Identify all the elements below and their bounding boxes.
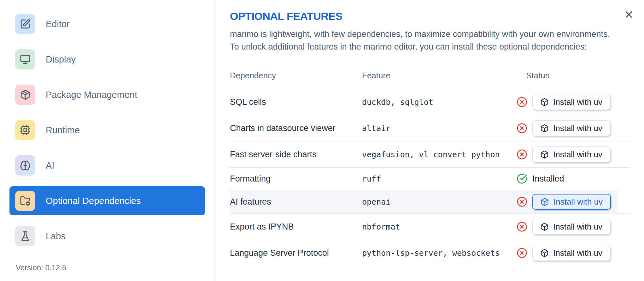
dependency-cell: AI features [230,197,362,207]
sidebar-item-runtime[interactable]: Runtime [9,116,205,145]
folder-cog-icon [20,195,31,206]
dependencies-table: Dependency Feature Status SQL cells duck… [230,58,630,266]
sidebar-item-label: Display [46,54,76,65]
feature-cell: nbformat [362,222,517,231]
feature-cell: openai [362,197,517,206]
status-cell: Install with uv [517,120,630,136]
package-box-icon [540,150,549,159]
package-box-icon [540,98,549,106]
table-body: SQL cells duckdb, sqlglot Install with u… [230,89,630,266]
table-row: SQL cells duckdb, sqlglot Install with u… [230,89,630,115]
status-cell: Install with uv [517,245,630,261]
sidebar-item-package-management[interactable]: Package Management [9,80,205,109]
not-installed-icon [517,97,527,107]
status-cell: Install with uv [517,146,630,162]
flask-icon [20,231,31,242]
dependency-cell: Formatting [230,174,362,184]
dependency-cell: SQL cells [230,97,362,107]
dependency-cell: Export as IPYNB [230,222,362,232]
brain-icon-box [15,155,35,176]
description-line: To unlock additional features in the mar… [230,40,630,53]
package-box-icon [540,249,549,257]
column-header-dependency: Dependency [230,71,362,89]
status-cell: Install with uv [517,94,630,110]
not-installed-icon [517,123,527,134]
cpu-icon-box [15,120,35,140]
feature-cell: ruff [362,174,517,183]
settings-dialog: Editor Display Package Management Runtim… [0,0,644,281]
package-icon [20,89,31,100]
sidebar-item-editor[interactable]: Editor [9,9,205,39]
dependency-cell: Language Server Protocol [230,248,362,258]
column-header-feature: Feature [362,71,517,89]
monitor-icon [20,54,31,65]
table-header: Dependency Feature Status [230,58,630,89]
not-installed-icon [517,248,527,258]
sidebar-item-label: AI [46,160,54,171]
install-with-uv-button[interactable]: Install with uv [532,120,610,136]
settings-sidebar: Editor Display Package Management Runtim… [0,0,215,281]
cpu-icon [20,125,31,135]
description-line: marimo is lightweight, with few dependen… [230,28,630,40]
table-row: AI features openai Install with uv [230,190,630,214]
dependency-cell: Charts in datasource viewer [230,123,362,133]
sidebar-item-label: Labs [46,231,66,242]
version-label: Version: 0.12.5 [16,263,66,272]
dependency-cell: Fast server-side charts [230,150,362,159]
status-cell: Install with uv [517,219,630,235]
not-installed-icon [517,196,527,207]
install-with-uv-button[interactable]: Install with uv [532,219,610,235]
table-row: Fast server-side charts vegafusion, vl-c… [230,141,630,168]
feature-cell: altair [362,124,517,133]
sidebar-item-labs[interactable]: Labs [9,222,205,251]
sidebar-item-label: Editor [46,19,70,29]
folder-cog-icon-box [15,191,35,211]
install-button-label: Install with uv [553,123,602,133]
table-row: Language Server Protocol python-lsp-serv… [230,240,630,266]
description: marimo is lightweight, with few dependen… [230,28,630,53]
feature-cell: vegafusion, vl-convert-python [362,150,517,159]
sidebar-item-ai[interactable]: AI [9,151,205,180]
column-header-status: Status [517,71,630,89]
status-cell: Installed [517,173,630,184]
package-box-icon [541,198,549,206]
install-button-label: Install with uv [553,197,603,207]
not-installed-icon [517,221,527,232]
install-button-label: Install with uv [553,97,602,107]
square-pen-icon [20,19,31,29]
install-button-label: Install with uv [553,150,602,159]
monitor-icon-box [15,49,35,69]
brain-icon [20,160,31,171]
sidebar-item-label: Package Management [46,90,137,100]
sidebar-item-optional-dependencies[interactable]: Optional Dependencies [9,186,205,215]
sidebar-item-label: Optional Dependencies [46,196,141,206]
status-cell: Install with uv [517,194,630,210]
install-button-label: Install with uv [553,248,602,258]
package-icon-box [15,85,35,105]
install-button-label: Install with uv [553,222,602,232]
table-row: Charts in datasource viewer altair Insta… [230,115,630,141]
installed-check-icon [517,173,527,184]
install-with-uv-button[interactable]: Install with uv [532,94,610,110]
table-row: Formatting ruff Installed [230,168,630,190]
optional-features-panel: OPTIONAL FEATURES marimo is lightweight,… [230,0,630,266]
feature-cell: duckdb, sqlglot [362,98,517,107]
install-with-uv-button[interactable]: Install with uv [532,245,610,261]
flask-icon-box [15,226,35,246]
table-row: Export as IPYNB nbformat Install with uv [230,214,630,240]
install-with-uv-button[interactable]: Install with uv [532,146,610,162]
sidebar-item-label: Runtime [46,125,80,135]
page-title: OPTIONAL FEATURES [230,9,630,23]
sidebar-item-display[interactable]: Display [9,45,205,74]
installed-status-label: Installed [532,174,564,184]
package-box-icon [540,223,549,231]
feature-cell: python-lsp-server, websockets [362,248,517,258]
square-pen-icon-box [15,14,35,34]
install-with-uv-button[interactable]: Install with uv [532,194,611,210]
not-installed-icon [517,149,527,160]
sidebar-nav: Editor Display Package Management Runtim… [9,9,205,251]
package-box-icon [540,124,549,133]
